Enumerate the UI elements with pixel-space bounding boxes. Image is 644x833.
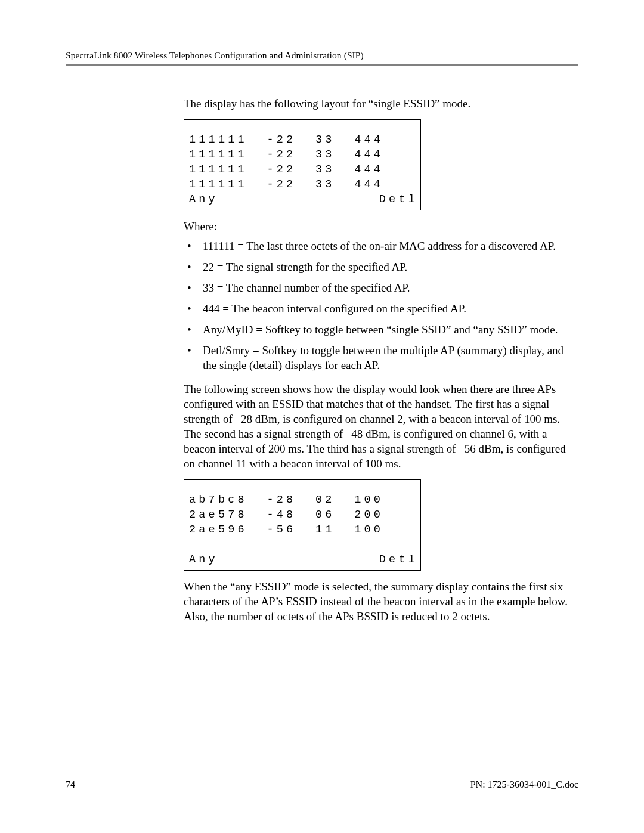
list-item: 33 = The channel number of the specified… — [184, 280, 574, 295]
page: SpectraLink 8002 Wireless Telephones Con… — [0, 0, 644, 833]
layout-display-box: 111111 -22 33 444 111111 -22 33 444 1111… — [184, 119, 421, 210]
layout-row: 111111 -22 33 444 — [189, 178, 416, 193]
header-title: SpectraLink 8002 Wireless Telephones Con… — [66, 50, 364, 60]
example-paragraph: The following screen shows how the displ… — [184, 382, 574, 471]
softkey-left: Any — [189, 193, 218, 208]
layout-row: 111111 -22 33 444 — [189, 133, 416, 148]
example-row: 2ae596 -56 11 100 — [189, 523, 416, 538]
where-label: Where: — [184, 219, 574, 234]
example-row-blank — [189, 538, 416, 553]
layout-row: 111111 -22 33 444 — [189, 163, 416, 178]
softkey-row: Any Detl — [189, 193, 416, 208]
softkey-right: Detl — [379, 193, 418, 208]
list-item: Detl/Smry = Softkey to toggle between th… — [184, 343, 574, 373]
closing-paragraph: When the “any ESSID” mode is selected, t… — [184, 579, 574, 624]
softkey-right: Detl — [379, 553, 418, 568]
softkey-left: Any — [189, 553, 218, 568]
where-list: 111111 = The last three octets of the on… — [184, 239, 574, 373]
page-number: 74 — [66, 779, 75, 790]
doc-id: PN: 1725-36034-001_C.doc — [470, 779, 578, 790]
softkey-row: Any Detl — [189, 553, 416, 568]
list-item: 111111 = The last three octets of the on… — [184, 239, 574, 253]
example-display-box: ab7bc8 -28 02 100 2ae578 -48 06 200 2ae5… — [184, 479, 421, 571]
example-row: ab7bc8 -28 02 100 — [189, 493, 416, 508]
list-item: 22 = The signal strength for the specifi… — [184, 259, 574, 274]
content-area: The display has the following layout for… — [184, 96, 574, 624]
list-item: Any/MyID = Softkey to toggle between “si… — [184, 322, 574, 337]
layout-row: 111111 -22 33 444 — [189, 148, 416, 163]
list-item: 444 = The beacon interval configured on … — [184, 301, 574, 316]
example-row: 2ae578 -48 06 200 — [189, 508, 416, 523]
intro-paragraph: The display has the following layout for… — [184, 96, 574, 111]
page-header: SpectraLink 8002 Wireless Telephones Con… — [66, 50, 578, 64]
page-footer: 74 PN: 1725-36034-001_C.doc — [66, 779, 578, 790]
header-rule — [66, 64, 578, 66]
